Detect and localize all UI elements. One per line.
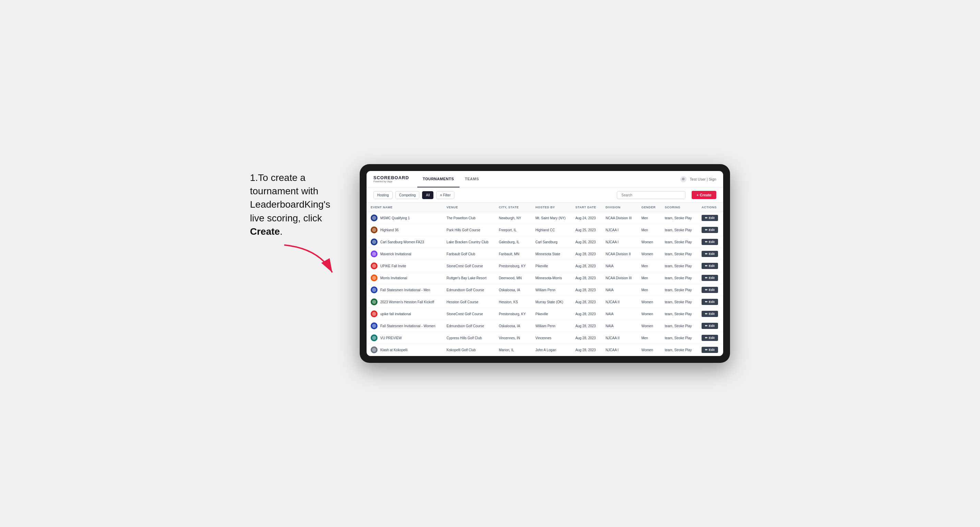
cell-event-name: MSMC Qualifying 1	[367, 212, 442, 224]
cell-division: NAIA	[601, 284, 637, 296]
cell-scoring: team, Stroke Play	[661, 296, 697, 308]
tab-teams[interactable]: TEAMS	[460, 171, 485, 187]
cell-scoring: team, Stroke Play	[661, 284, 697, 296]
event-name: Maverick Invitational	[380, 252, 412, 256]
search-wrapper	[617, 191, 686, 199]
event-name: upike fall invitational	[380, 312, 411, 316]
event-name: Morris Invitational	[380, 276, 407, 280]
filter-button[interactable]: ≡ Filter	[436, 191, 454, 199]
create-button[interactable]: + Create	[692, 191, 716, 199]
cell-actions: ✏ Edit	[697, 296, 723, 308]
event-name: 2023 Women's Hesston Fall Kickoff	[380, 300, 434, 304]
edit-icon: ✏	[705, 348, 708, 352]
cell-city-state: Newburgh, NY	[495, 212, 531, 224]
cell-event-name: Fall Statesmen Invitational - Women	[367, 320, 442, 332]
cell-actions: ✏ Edit	[697, 236, 723, 248]
cell-gender: Women	[637, 344, 660, 356]
edit-label: Edit	[709, 288, 714, 292]
edit-icon: ✏	[705, 276, 708, 279]
gear-icon[interactable]: ⚙	[680, 176, 686, 182]
cell-scoring: team, Stroke Play	[661, 344, 697, 356]
cell-gender: Women	[637, 320, 660, 332]
logo-sub: Powered by clippr	[374, 180, 409, 183]
edit-label: Edit	[709, 336, 714, 340]
edit-button[interactable]: ✏ Edit	[702, 263, 718, 269]
col-event-name: EVENT NAME	[367, 203, 442, 212]
annotation-emphasis: Create	[250, 226, 280, 237]
tournaments-table: EVENT NAME VENUE CITY, STATE HOSTED BY S…	[367, 203, 723, 356]
cell-city-state: Oskaloosa, IA	[495, 284, 531, 296]
cell-start-date: Aug 25, 2023	[571, 224, 601, 236]
cell-venue: StoneCrest Golf Course	[442, 308, 495, 320]
edit-label: Edit	[709, 252, 714, 256]
cell-start-date: Aug 28, 2023	[571, 272, 601, 284]
cell-scoring: team, Stroke Play	[661, 236, 697, 248]
cell-gender: Women	[637, 308, 660, 320]
cell-hosted-by: William Penn	[531, 284, 571, 296]
cell-event-name: Fall Statesmen Invitational - Men	[367, 284, 442, 296]
search-input[interactable]	[617, 191, 686, 199]
table-row: Carl Sandburg Women FA23 Lake Bracken Co…	[367, 236, 723, 248]
edit-label: Edit	[709, 264, 714, 268]
tab-tournaments[interactable]: TOURNAMENTS	[417, 171, 460, 187]
edit-icon: ✏	[705, 336, 708, 340]
cell-actions: ✏ Edit	[697, 248, 723, 260]
edit-button[interactable]: ✏ Edit	[702, 239, 718, 245]
edit-button[interactable]: ✏ Edit	[702, 335, 718, 341]
cell-hosted-by: Pikeville	[531, 308, 571, 320]
edit-button[interactable]: ✏ Edit	[702, 275, 718, 281]
edit-label: Edit	[709, 216, 714, 220]
edit-button[interactable]: ✏ Edit	[702, 287, 718, 293]
cell-event-name: UPIKE Fall Invite	[367, 260, 442, 272]
cell-division: NAIA	[601, 260, 637, 272]
filter-all-button[interactable]: All	[422, 191, 433, 199]
app-header: SCOREBOARD Powered by clippr TOURNAMENTS…	[367, 171, 723, 187]
edit-button[interactable]: ✏ Edit	[702, 311, 718, 317]
edit-icon: ✏	[705, 228, 708, 232]
edit-button[interactable]: ✏ Edit	[702, 227, 718, 233]
col-actions: ACTIONS	[697, 203, 723, 212]
cell-event-name: 2023 Women's Hesston Fall Kickoff	[367, 296, 442, 308]
edit-icon: ✏	[705, 288, 708, 292]
cell-scoring: team, Stroke Play	[661, 260, 697, 272]
event-name: Klash at Kokopelli	[380, 348, 408, 352]
cell-event-name: Klash at Kokopelli	[367, 344, 442, 356]
cell-scoring: team, Stroke Play	[661, 248, 697, 260]
cell-hosted-by: Minnesota State	[531, 248, 571, 260]
cell-gender: Men	[637, 212, 660, 224]
cell-division: NJCAA I	[601, 236, 637, 248]
edit-button[interactable]: ✏ Edit	[702, 299, 718, 305]
edit-button[interactable]: ✏ Edit	[702, 323, 718, 329]
tablet-frame: SCOREBOARD Powered by clippr TOURNAMENTS…	[360, 164, 730, 363]
edit-button[interactable]: ✏ Edit	[702, 251, 718, 257]
edit-button[interactable]: ✏ Edit	[702, 215, 718, 221]
cell-city-state: Deerwood, MN	[495, 272, 531, 284]
cell-city-state: Prestonsburg, KY	[495, 308, 531, 320]
cell-actions: ✏ Edit	[697, 308, 723, 320]
cell-start-date: Aug 28, 2023	[571, 332, 601, 344]
cell-venue: Edmundson Golf Course	[442, 320, 495, 332]
event-name: VU PREVIEW	[380, 336, 402, 340]
cell-actions: ✏ Edit	[697, 332, 723, 344]
svg-point-7	[372, 288, 376, 292]
edit-button[interactable]: ✏ Edit	[702, 347, 718, 353]
col-city-state: CITY, STATE	[495, 203, 531, 212]
cell-actions: ✏ Edit	[697, 284, 723, 296]
cell-division: NCAA Division III	[601, 272, 637, 284]
filter-competing-button[interactable]: Competing	[395, 191, 419, 199]
table-row: MSMC Qualifying 1 The Powelton Club Newb…	[367, 212, 723, 224]
cell-gender: Women	[637, 248, 660, 260]
cell-actions: ✏ Edit	[697, 344, 723, 356]
cell-scoring: team, Stroke Play	[661, 332, 697, 344]
event-name: Carl Sandburg Women FA23	[380, 240, 424, 244]
cell-venue: Park Hills Golf Course	[442, 224, 495, 236]
svg-point-6	[372, 276, 376, 280]
cell-hosted-by: Pikeville	[531, 260, 571, 272]
filter-hosting-button[interactable]: Hosting	[374, 191, 393, 199]
cell-event-name: Carl Sandburg Women FA23	[367, 236, 442, 248]
event-name: Fall Statesmen Invitational - Men	[380, 288, 430, 292]
cell-start-date: Aug 28, 2023	[571, 248, 601, 260]
cell-city-state: Marion, IL	[495, 344, 531, 356]
cell-division: NJCAA I	[601, 224, 637, 236]
svg-point-5	[372, 264, 376, 268]
